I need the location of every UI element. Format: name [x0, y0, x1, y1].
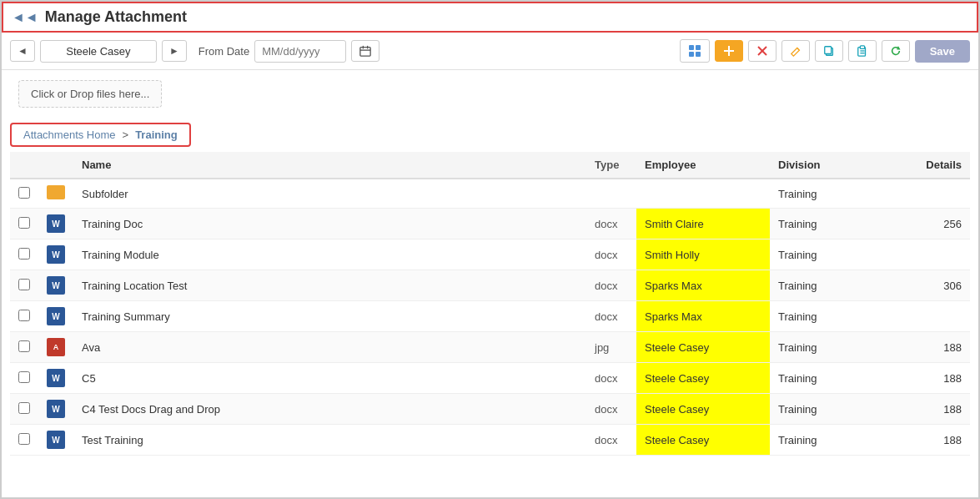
- division-cell: Training: [770, 270, 903, 301]
- table-row: WC4 Test Docs Drag and DropdocxSteele Ca…: [10, 394, 970, 425]
- breadcrumb-current[interactable]: Training: [135, 129, 178, 141]
- attachments-table: Name Type Employee Division Details Subf…: [10, 152, 970, 456]
- add-button[interactable]: [715, 40, 743, 62]
- file-name[interactable]: Ava: [73, 332, 586, 363]
- division-cell: Training: [770, 301, 903, 332]
- employee-cell: [636, 179, 770, 209]
- row-checkbox[interactable]: [18, 371, 30, 383]
- file-name[interactable]: Training Doc: [73, 209, 586, 239]
- paste-icon: [857, 45, 868, 57]
- row-checkbox[interactable]: [18, 279, 30, 290]
- file-name[interactable]: Training Location Test: [73, 270, 586, 301]
- calendar-icon: [359, 45, 371, 57]
- svg-rect-16: [860, 46, 864, 49]
- copy-icon: [823, 45, 835, 57]
- page-wrapper: ◄◄ Manage Attachment ◄ Steele Casey ► Fr…: [0, 0, 980, 499]
- employee-cell: Sparks Max: [636, 301, 770, 332]
- file-type: jpg: [586, 332, 636, 363]
- from-date-input[interactable]: [254, 40, 346, 63]
- file-icon-cell: W: [38, 425, 73, 456]
- employee-cell: Steele Casey: [636, 363, 770, 394]
- file-name[interactable]: C4 Test Docs Drag and Drop: [73, 394, 586, 425]
- details-cell: [903, 179, 970, 209]
- file-icon-cell: W: [38, 363, 73, 394]
- back-icon[interactable]: ◄◄: [12, 10, 38, 25]
- division-cell: Training: [770, 394, 903, 425]
- svg-rect-14: [824, 47, 831, 54]
- employee-cell: Smith Claire: [636, 209, 770, 239]
- table-body: SubfolderTrainingWTraining DocdocxSmith …: [10, 179, 970, 456]
- row-checkbox[interactable]: [18, 402, 30, 414]
- file-name[interactable]: Training Module: [73, 239, 586, 270]
- save-button[interactable]: Save: [915, 40, 970, 63]
- table-row: WTraining Location TestdocxSparks MaxTra…: [10, 270, 970, 301]
- table-row: AAvajpgSteele CaseyTraining188: [10, 332, 970, 363]
- word-icon: W: [47, 245, 65, 264]
- col-details: Details: [903, 152, 970, 179]
- details-cell: [903, 239, 970, 270]
- refresh-icon: [890, 45, 902, 57]
- calendar-button[interactable]: [351, 40, 379, 62]
- col-checkbox: [10, 152, 38, 179]
- employee-cell: Sparks Max: [636, 270, 770, 301]
- division-cell: Training: [770, 209, 903, 239]
- prev-employee-button[interactable]: ◄: [10, 40, 35, 62]
- row-checkbox[interactable]: [18, 340, 30, 352]
- row-checkbox[interactable]: [18, 187, 30, 199]
- file-type: docx: [586, 425, 636, 456]
- col-division: Division: [770, 152, 903, 179]
- file-icon-cell: W: [38, 301, 73, 332]
- division-cell: Training: [770, 363, 903, 394]
- word-icon: W: [47, 431, 65, 449]
- table-row: WTraining DocdocxSmith ClaireTraining256: [10, 209, 970, 239]
- refresh-button[interactable]: [882, 40, 910, 62]
- pencil-icon: [790, 45, 802, 57]
- row-checkbox[interactable]: [18, 248, 30, 260]
- details-cell: 188: [903, 394, 970, 425]
- division-cell: Training: [770, 239, 903, 270]
- paste-button[interactable]: [848, 40, 877, 62]
- word-icon: W: [47, 307, 65, 325]
- col-icon: [38, 152, 73, 179]
- word-icon: W: [47, 369, 65, 387]
- toolbar: ◄ Steele Casey ► From Date: [2, 33, 978, 70]
- row-checkbox[interactable]: [18, 310, 30, 321]
- file-type: docx: [586, 394, 636, 425]
- image-icon: A: [47, 338, 65, 356]
- col-type: Type: [586, 152, 636, 179]
- page-title: Manage Attachment: [45, 8, 187, 26]
- details-cell: 188: [903, 425, 970, 456]
- page-header: ◄◄ Manage Attachment: [2, 2, 978, 33]
- file-name[interactable]: Training Summary: [73, 301, 586, 332]
- from-date-label: From Date: [199, 45, 249, 58]
- file-icon-cell: [38, 179, 73, 209]
- division-cell: Training: [770, 425, 903, 456]
- details-cell: 188: [903, 363, 970, 394]
- file-name[interactable]: C5: [73, 363, 586, 394]
- edit-button[interactable]: [781, 40, 810, 62]
- row-checkbox[interactable]: [18, 217, 30, 229]
- svg-rect-6: [689, 52, 694, 57]
- file-type: docx: [586, 363, 636, 394]
- delete-button[interactable]: [748, 40, 776, 62]
- next-employee-button[interactable]: ►: [162, 40, 187, 62]
- file-name[interactable]: Test Training: [73, 425, 586, 456]
- col-employee: Employee: [636, 152, 770, 179]
- copy-button[interactable]: [815, 40, 843, 62]
- file-type: docx: [586, 209, 636, 239]
- delete-icon: [756, 45, 768, 57]
- file-type: [586, 179, 636, 209]
- file-name[interactable]: Subfolder: [73, 179, 586, 209]
- breadcrumb-home[interactable]: Attachments Home: [23, 129, 116, 141]
- table-row: WTraining SummarydocxSparks MaxTraining: [10, 301, 970, 332]
- svg-rect-4: [689, 45, 694, 50]
- row-checkbox[interactable]: [18, 433, 30, 445]
- grid-view-button[interactable]: [680, 39, 710, 63]
- employee-cell: Steele Casey: [636, 332, 770, 363]
- drop-zone[interactable]: Click or Drop files here...: [18, 80, 162, 108]
- col-name: Name: [73, 152, 586, 179]
- table-row: WC5docxSteele CaseyTraining188: [10, 363, 970, 394]
- employee-cell: Steele Casey: [636, 425, 770, 456]
- svg-line-12: [797, 48, 799, 51]
- file-icon-cell: W: [38, 270, 73, 301]
